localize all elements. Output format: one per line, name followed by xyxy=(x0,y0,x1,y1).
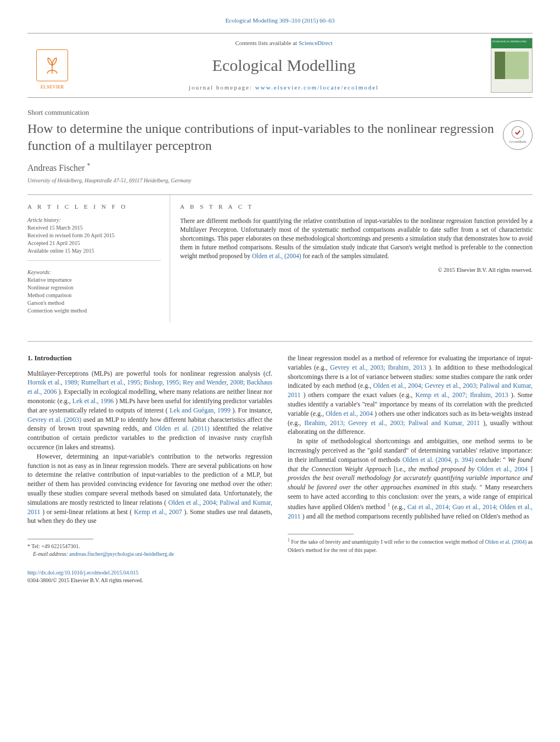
doi-link[interactable]: http://dx.doi.org/10.1016/j.ecolmodel.20… xyxy=(27,570,138,576)
email-label: E-mail address: xyxy=(33,551,69,557)
cover-title: ECOLOGICAL MODELLING xyxy=(492,40,531,43)
journal-name: Ecological Modelling xyxy=(83,54,484,77)
abstract-heading: a b s t r a c t xyxy=(180,203,533,211)
footnote-tel: Tel: +49 6221547301. xyxy=(31,543,80,549)
citation-link[interactable]: Olden et al., 2004 xyxy=(477,465,528,473)
elsevier-logo[interactable]: ELSEVIER xyxy=(27,41,77,90)
p1-text: Multilayer-Perceptrons (MLPs) are powerf… xyxy=(27,370,272,377)
crossmark-badge[interactable]: CrossMark xyxy=(503,120,533,150)
p4-text: (e.g., xyxy=(392,503,407,511)
citation-link[interactable]: Olden et al., 2004 xyxy=(326,410,373,417)
history-online: Available online 15 May 2015 xyxy=(27,247,161,255)
issn-copyright: 0304-3800/© 2015 Elsevier B.V. All right… xyxy=(27,577,143,583)
cover-image-icon xyxy=(495,52,529,79)
citation-link[interactable]: Lek and Guégan, 1999 xyxy=(170,406,231,414)
journal-cover-thumbnail[interactable]: ECOLOGICAL MODELLING xyxy=(491,38,533,93)
article-info-heading: a r t i c l e i n f o xyxy=(27,203,161,211)
body-paragraph-1: Multilayer-Perceptrons (MLPs) are powerf… xyxy=(27,369,272,452)
footnote-mark: * xyxy=(27,543,30,549)
elsevier-tree-icon xyxy=(36,49,68,81)
footnote-1-mark: 1 xyxy=(288,538,290,543)
crossmark-label: CrossMark xyxy=(509,140,526,145)
article-info-column: a r t i c l e i n f o Article history: R… xyxy=(27,195,170,322)
contents-line: Contents lists available at ScienceDirec… xyxy=(83,39,484,47)
author-email-link[interactable]: andreas.fischer@psychologie.uni-heidelbe… xyxy=(69,551,173,557)
p4-text: ] xyxy=(530,465,533,473)
body-two-column: 1. Introduction Multilayer-Perceptrons (… xyxy=(27,341,533,558)
p4-text: conclude: " xyxy=(475,456,506,464)
elsevier-label: ELSEVIER xyxy=(41,83,64,91)
abstract-text: There are different methods for quantify… xyxy=(180,216,533,260)
abstract-copyright: © 2015 Elsevier B.V. All rights reserved… xyxy=(180,266,533,275)
keywords-heading: Keywords: xyxy=(27,269,161,276)
homepage-prefix: journal homepage: xyxy=(189,84,255,91)
journal-header-bar: ELSEVIER Contents lists available at Sci… xyxy=(27,33,533,98)
affiliation: University of Heidelberg, Hauptstraße 47… xyxy=(27,177,533,185)
author-name[interactable]: Andreas Fischer xyxy=(27,163,85,172)
body-paragraph-2: However, determining an input-variable's… xyxy=(27,452,272,526)
abstract-ref-olden[interactable]: Olden et al., (2004) xyxy=(252,253,301,259)
citation-link[interactable]: Lek et al., 1996 xyxy=(72,397,114,405)
svg-point-0 xyxy=(512,126,524,138)
author-line: Andreas Fischer * xyxy=(27,161,533,175)
history-revised: Received in revised form 20 April 2015 xyxy=(27,232,161,239)
citation-link[interactable]: Ibrahim, 2013; Gevrey et al., 2003; Pali… xyxy=(304,419,480,427)
article-type: Short communication xyxy=(27,108,533,118)
citation-link[interactable]: Olden et al. (2011) xyxy=(155,425,209,432)
corresponding-author-footnote: * Tel: +49 6221547301. E-mail address: a… xyxy=(27,543,272,558)
section-heading-introduction: 1. Introduction xyxy=(27,354,272,364)
history-heading: Article history: xyxy=(27,216,161,224)
citation-link[interactable]: Gevrey et al. (2003) xyxy=(27,416,81,423)
citation-link[interactable]: Kemp et al., 2007 xyxy=(134,508,182,516)
footnote-ref-1[interactable]: 1 xyxy=(388,502,390,507)
homepage-line: journal homepage: www.elsevier.com/locat… xyxy=(83,83,484,92)
footnote-1: 1 For the sake of brevity and unambiguit… xyxy=(288,538,533,554)
contents-prefix: Contents lists available at xyxy=(235,40,298,46)
keyword: Garson's method xyxy=(27,299,161,307)
history-received: Received 15 March 2015 xyxy=(27,224,161,232)
p4-text: ) and all the method comparisons recentl… xyxy=(303,512,529,520)
corresponding-mark[interactable]: * xyxy=(87,161,90,169)
p4-quote-italic: the method proposed by xyxy=(408,465,478,473)
issue-link[interactable]: Ecological Modelling 309–310 (2015) 60–6… xyxy=(225,17,334,24)
citation-link[interactable]: Kemp et al., 2007; Ibrahim, 2013 xyxy=(415,391,508,399)
keyword: Connection weight method xyxy=(27,307,161,315)
keyword: Method comparison xyxy=(27,292,161,299)
p3-text: ) others compare the exact values (e.g., xyxy=(303,391,415,399)
page-footer: http://dx.doi.org/10.1016/j.ecolmodel.20… xyxy=(27,569,533,584)
homepage-link[interactable]: www.elsevier.com/locate/ecolmodel xyxy=(255,84,379,91)
journal-issue-header: Ecological Modelling 309–310 (2015) 60–6… xyxy=(27,16,533,25)
footnote-separator xyxy=(288,534,354,534)
p4-text: [i.e., xyxy=(394,465,408,473)
article-title: How to determine the unique contribution… xyxy=(27,120,494,154)
sciencedirect-link[interactable]: ScienceDirect xyxy=(299,40,333,46)
info-abstract-row: a r t i c l e i n f o Article history: R… xyxy=(27,194,533,322)
body-paragraph-3: the linear regression model as a method … xyxy=(288,354,533,437)
history-accepted: Accepted 21 April 2015 xyxy=(27,239,161,247)
p2-text: ) or semi-linear relations at best ( xyxy=(42,508,132,516)
p1-text: ). For instance, xyxy=(232,406,272,414)
keyword: Relative importance xyxy=(27,276,161,284)
keyword: Nonlinear regression xyxy=(27,284,161,292)
footnote-1-text: For the sake of brevity and unambiguity … xyxy=(291,539,485,545)
header-center: Contents lists available at ScienceDirec… xyxy=(77,39,491,92)
crossmark-icon xyxy=(511,125,525,140)
citation-link[interactable]: Olden et al. (2004, p. 394) xyxy=(402,456,474,464)
footnote-separator xyxy=(27,539,93,539)
abstract-column: a b s t r a c t There are different meth… xyxy=(170,195,533,322)
citation-link[interactable]: Olden et al. (2004) xyxy=(485,539,527,545)
abstract-text-2: for each of the samples simulated. xyxy=(303,253,389,259)
body-paragraph-4: In spite of methodological shortcomings … xyxy=(288,437,533,521)
citation-link[interactable]: Gevrey et al., 2003; Ibrahim, 2013 xyxy=(330,364,426,371)
